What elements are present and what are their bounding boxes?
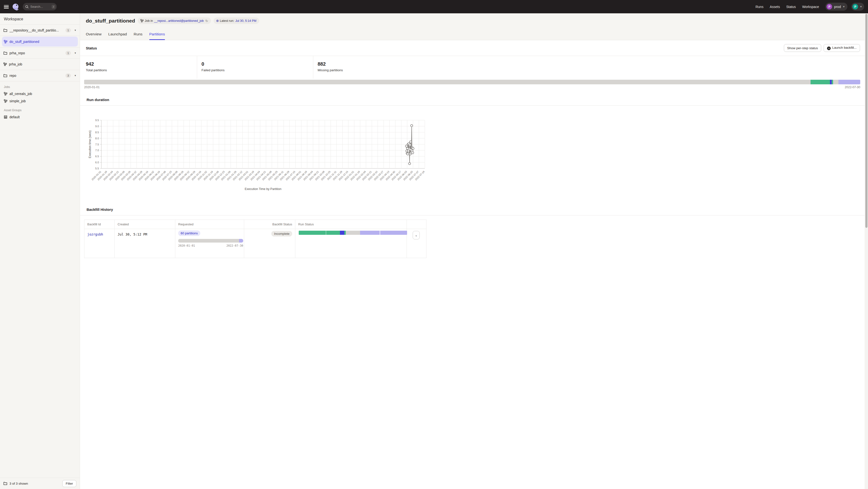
- search-input[interactable]: Search... /: [23, 3, 57, 10]
- partition-status-bar-wrap: 2020-01-01 2022-07-30: [84, 80, 434, 89]
- latest-run-link[interactable]: Jul 30, 5:14 PM: [236, 19, 256, 23]
- backfill-history-table: Backfill IdCreatedRequestedBackfill Stat…: [84, 220, 427, 244]
- run-status-dot-icon: [216, 20, 219, 22]
- sidebar-item-prha-repo[interactable]: prha_repo1▼: [0, 47, 80, 59]
- data-point-marker[interactable]: [412, 147, 414, 150]
- partition-stats: 942Total partitions0Failed partitions882…: [80, 56, 434, 78]
- sidebar-item-all-cereals-job[interactable]: all_cereals_job: [0, 90, 80, 97]
- requested-range-end: 2022-07-30: [226, 244, 243, 244]
- y-tick-label: 8.0: [95, 137, 99, 140]
- search-placeholder: Search...: [30, 5, 52, 8]
- sidebar-item-label: default: [9, 115, 20, 119]
- backfill-status-badge: Incomplete: [271, 231, 292, 236]
- latest-run-chip: Latest run: Jul 30, 5:14 PM: [214, 18, 259, 24]
- sidebar-item-label: __repository__do_stuff_partitio...: [9, 28, 64, 32]
- data-point-marker[interactable]: [408, 163, 411, 165]
- requested-range-start: 2020-01-01: [178, 244, 195, 244]
- tab-launchpad[interactable]: Launchpad: [108, 32, 127, 40]
- sidebar-item-prha-job[interactable]: prha_job: [0, 59, 80, 70]
- x-axis-label: Execution Time by Partition: [245, 187, 281, 191]
- partition-status-bar[interactable]: [84, 80, 434, 84]
- job-icon: [4, 99, 7, 103]
- sidebar-item-label: simple_job: [9, 99, 26, 103]
- bar-segment-purple: [380, 231, 407, 235]
- sidebar-section-label: Asset Groups: [0, 105, 80, 113]
- column-header-run-status: Run Status: [295, 220, 407, 229]
- top-nav: Search... / RunsAssetsStatusWorkspace P …: [0, 0, 434, 13]
- search-icon: [25, 5, 29, 8]
- y-tick-label: 7.0: [95, 149, 99, 152]
- expander-caret-icon[interactable]: ▼: [74, 74, 76, 77]
- job-count-badge: 3: [65, 73, 71, 78]
- expand-row-button[interactable]: ⌄: [413, 231, 420, 239]
- job-origin-chip: Job in __reposi...artitioned@partitioned…: [138, 18, 211, 24]
- main-content: do_stuff_partitioned Job in __reposi...a…: [80, 13, 434, 244]
- backfill-created: Jul 30, 5:12 PM: [118, 229, 172, 236]
- column-header-backfill-status: Backfill Status: [244, 220, 295, 229]
- job-tabs: OverviewLaunchpadRunsPartitions: [86, 32, 165, 40]
- sidebar-item-label: repo: [9, 74, 64, 77]
- menu-icon[interactable]: [4, 5, 9, 8]
- folder-icon: [3, 52, 7, 55]
- partition-range-start: 2020-01-01: [84, 86, 100, 89]
- bar-segment-green: [326, 231, 340, 235]
- data-point-marker[interactable]: [407, 153, 409, 155]
- bar-segment-purple: [360, 231, 380, 235]
- column-header-actions: [407, 220, 427, 229]
- expander-caret-icon[interactable]: ▼: [74, 52, 76, 54]
- job-icon: [3, 63, 7, 66]
- sidebar-item-do-stuff-partitioned[interactable]: do_stuff_partitioned: [2, 37, 78, 46]
- data-point-marker[interactable]: [412, 152, 414, 154]
- column-header-backfill-id: Backfill Id: [84, 220, 115, 229]
- sidebar-item-label: prha_repo: [9, 51, 64, 55]
- asset-group-icon: [4, 115, 7, 119]
- stat-label: Missing partitions: [318, 68, 434, 72]
- tab-partitions[interactable]: Partitions: [149, 32, 165, 40]
- y-tick-label: 9.0: [95, 125, 99, 128]
- backfill-id-link[interactable]: jozrgsbh: [87, 229, 103, 236]
- folder-icon: [3, 29, 7, 32]
- y-tick-label: 9.5: [95, 119, 99, 122]
- y-axis-label: Execution time (secs): [88, 130, 92, 158]
- sidebar-item--repository-do-stuff-partitio-[interactable]: __repository__do_stuff_partitio...1▼: [0, 25, 80, 36]
- y-tick-label: 7.5: [95, 143, 99, 146]
- y-tick-label: 5.5: [95, 167, 99, 170]
- requested-partitions-badge[interactable]: 60 partitions: [178, 230, 200, 236]
- sidebar-item-simple-job[interactable]: simple_job: [0, 97, 80, 105]
- tab-overview[interactable]: Overview: [86, 32, 101, 40]
- folder-icon: [3, 74, 7, 77]
- bar-segment-gray: [84, 80, 434, 84]
- divider: [80, 105, 434, 106]
- backfill-history-heading: Backfill History: [80, 207, 434, 211]
- job-origin-link[interactable]: __reposi...artitioned@partitioned_job: [154, 19, 204, 23]
- data-point-marker[interactable]: [409, 141, 412, 143]
- bar-segment-green: [344, 231, 346, 235]
- bar-segment-green: [299, 231, 326, 235]
- sidebar-title: Workspace: [0, 13, 80, 25]
- data-point-marker[interactable]: [410, 125, 413, 127]
- tab-runs[interactable]: Runs: [133, 32, 142, 40]
- y-tick-label: 6.0: [95, 161, 99, 164]
- reload-icon[interactable]: ↻: [205, 19, 208, 23]
- requested-range-bar: [178, 239, 243, 242]
- job-header: do_stuff_partitioned Job in __reposi...a…: [80, 13, 434, 40]
- bar-segment-purple: [239, 239, 243, 242]
- status-heading: Status: [86, 46, 97, 50]
- column-header-requested: Requested: [175, 220, 244, 229]
- run-status-bar[interactable]: [299, 231, 407, 235]
- sidebar-item-default[interactable]: default: [0, 113, 80, 121]
- data-point-marker[interactable]: [405, 145, 408, 147]
- job-count-badge: 1: [65, 28, 71, 32]
- chevron-down-icon: ⌄: [415, 234, 417, 237]
- stat-value: 882: [318, 61, 434, 67]
- sidebar-section-label: Jobs: [0, 82, 80, 90]
- stat-label: Failed partitions: [202, 68, 313, 72]
- bar-segment-blue: [340, 231, 344, 235]
- dagster-logo-icon[interactable]: [12, 3, 20, 10]
- data-point-marker[interactable]: [409, 144, 411, 146]
- stat-total-partitions: 942Total partitions: [80, 56, 197, 78]
- y-tick-label: 6.5: [95, 155, 99, 158]
- stat-label: Total partitions: [86, 68, 197, 72]
- sidebar-item-repo[interactable]: repo3▼: [0, 70, 80, 82]
- expander-caret-icon[interactable]: ▼: [74, 29, 76, 32]
